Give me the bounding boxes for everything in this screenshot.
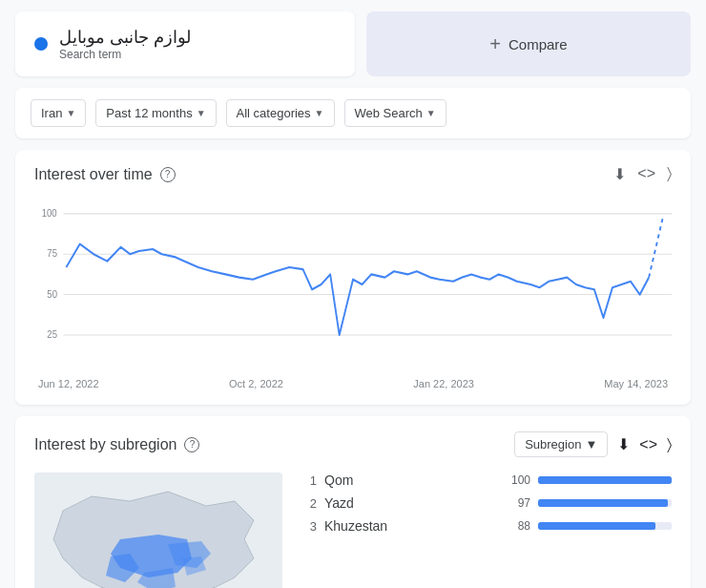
search-type-filter-label: Web Search bbox=[355, 106, 423, 120]
compare-plus-icon: + bbox=[489, 33, 501, 55]
embed-icon[interactable]: <> bbox=[637, 165, 655, 183]
rank-name-3: Khuzestan bbox=[324, 518, 496, 534]
chart-actions: ⬇ <> 〉 bbox=[613, 165, 672, 183]
subregion-content: 1 Qom 100 2 Yazd 97 3 Kh bbox=[34, 472, 672, 588]
rank-value-2: 97 bbox=[504, 496, 530, 510]
subregion-controls: Subregion ▼ ⬇ <> 〉 bbox=[514, 431, 672, 457]
subregion-title-row: Interest by subregion ? bbox=[34, 436, 199, 453]
chart-header: Interest over time ? ⬇ <> 〉 bbox=[34, 165, 672, 183]
subregion-dropdown-label: Subregion bbox=[525, 437, 581, 452]
subregion-embed-icon[interactable]: <> bbox=[639, 436, 657, 453]
interest-by-subregion-card: Interest by subregion ? Subregion ▼ ⬇ <>… bbox=[15, 416, 691, 588]
subregion-share-icon[interactable]: 〉 bbox=[667, 436, 672, 453]
download-icon[interactable]: ⬇ bbox=[613, 165, 626, 183]
x-label-4: May 14, 2023 bbox=[604, 378, 668, 389]
rank-name-2: Yazd bbox=[324, 495, 496, 511]
rankings: 1 Qom 100 2 Yazd 97 3 Kh bbox=[301, 472, 672, 588]
region-filter[interactable]: Iran ▼ bbox=[31, 99, 86, 127]
chart-area: 100 75 50 25 bbox=[34, 199, 672, 370]
rank-item-2: 2 Yazd 97 bbox=[301, 495, 672, 511]
search-type-filter[interactable]: Web Search ▼ bbox=[344, 99, 446, 127]
search-term-text: لوازم جانبی موبایل Search term bbox=[59, 27, 191, 61]
chart-help-icon[interactable]: ? bbox=[160, 167, 176, 182]
svg-text:75: 75 bbox=[47, 248, 57, 260]
rank-item-1: 1 Qom 100 bbox=[301, 472, 672, 488]
search-term-dot bbox=[34, 37, 48, 51]
time-range-filter[interactable]: Past 12 months ▼ bbox=[95, 99, 216, 127]
chart-title: Interest over time bbox=[34, 166, 153, 183]
subregion-download-icon[interactable]: ⬇ bbox=[617, 435, 630, 453]
rank-bar-3 bbox=[538, 522, 655, 530]
compare-card[interactable]: + Compare bbox=[366, 11, 691, 76]
region-chevron-icon: ▼ bbox=[66, 108, 75, 118]
rank-bar-container-1 bbox=[538, 476, 672, 484]
time-range-filter-label: Past 12 months bbox=[106, 106, 192, 120]
share-icon[interactable]: 〉 bbox=[667, 165, 672, 183]
svg-text:25: 25 bbox=[47, 329, 57, 341]
categories-filter[interactable]: All categories ▼ bbox=[226, 99, 335, 127]
categories-filter-label: All categories bbox=[237, 106, 311, 120]
top-row: لوازم جانبی موبایل Search term + Compare bbox=[15, 11, 691, 76]
filters-card: Iran ▼ Past 12 months ▼ All categories ▼… bbox=[15, 88, 691, 138]
rank-bar-container-3 bbox=[538, 522, 672, 530]
map-placeholder bbox=[34, 472, 282, 588]
rank-name-1: Qom bbox=[324, 472, 496, 488]
subregion-title: Interest by subregion bbox=[34, 436, 176, 453]
search-type-chevron-icon: ▼ bbox=[426, 108, 436, 118]
rank-value-3: 88 bbox=[504, 519, 530, 533]
svg-text:50: 50 bbox=[47, 288, 57, 300]
region-filter-label: Iran bbox=[41, 106, 62, 120]
subregion-header: Interest by subregion ? Subregion ▼ ⬇ <>… bbox=[34, 431, 672, 457]
subregion-dropdown[interactable]: Subregion ▼ bbox=[514, 431, 608, 457]
svg-text:100: 100 bbox=[42, 208, 57, 220]
rank-bar-2 bbox=[538, 499, 668, 507]
subregion-help-icon[interactable]: ? bbox=[184, 437, 199, 452]
chart-title-row: Interest over time ? bbox=[34, 166, 176, 183]
rank-item-3: 3 Khuzestan 88 bbox=[301, 518, 672, 534]
rank-value-1: 100 bbox=[504, 473, 530, 487]
chart-svg: 100 75 50 25 bbox=[34, 199, 672, 370]
rank-number-2: 2 bbox=[301, 496, 317, 511]
chart-x-labels: Jun 12, 2022 Oct 2, 2022 Jan 22, 2023 Ma… bbox=[34, 378, 672, 389]
interest-over-time-card: Interest over time ? ⬇ <> 〉 100 75 50 25 bbox=[15, 150, 691, 405]
categories-chevron-icon: ▼ bbox=[315, 108, 324, 118]
rank-number-3: 3 bbox=[301, 519, 317, 534]
search-term-name: لوازم جانبی موبایل bbox=[59, 27, 191, 48]
rank-bar-1 bbox=[538, 476, 672, 484]
search-term-card: لوازم جانبی موبایل Search term bbox=[15, 11, 355, 76]
x-label-3: Jan 22, 2023 bbox=[413, 378, 474, 389]
search-term-label: Search term bbox=[59, 48, 191, 61]
map-svg bbox=[34, 472, 282, 588]
rank-number-1: 1 bbox=[301, 473, 317, 488]
x-label-2: Oct 2, 2022 bbox=[229, 378, 283, 389]
rank-bar-container-2 bbox=[538, 499, 672, 507]
subregion-dropdown-chevron-icon: ▼ bbox=[585, 437, 597, 452]
time-range-chevron-icon: ▼ bbox=[197, 108, 206, 118]
x-label-1: Jun 12, 2022 bbox=[38, 378, 99, 389]
compare-label: Compare bbox=[509, 36, 568, 52]
